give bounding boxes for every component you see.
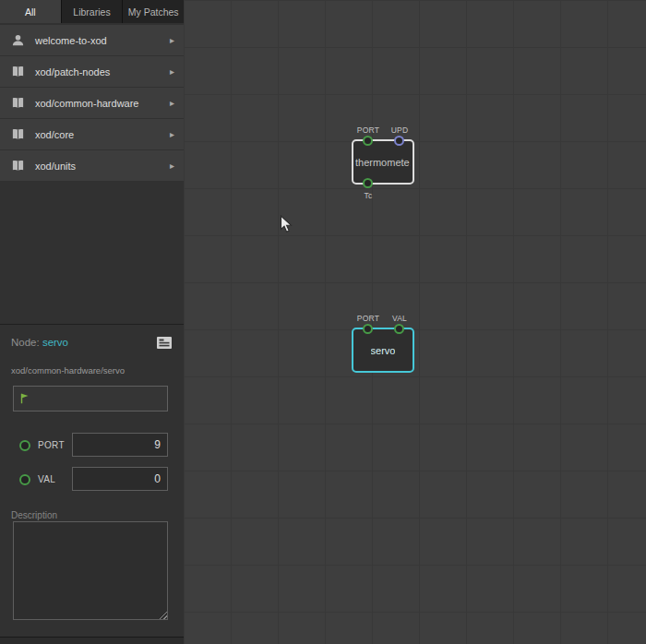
pin-port[interactable] <box>363 136 373 146</box>
node-title: servo <box>371 345 396 356</box>
inspector-panel: Node: servo xod/common-hardware/servo PO… <box>0 324 184 644</box>
sidebar-footer-divider <box>0 637 184 644</box>
inspector-pin-row-port: PORT <box>0 433 184 458</box>
project-browser: All Libraries My Patches welcome-to-xod … <box>0 0 184 644</box>
pin-label-upd: UPD <box>391 125 409 135</box>
tab-my-patches[interactable]: My Patches <box>123 0 184 23</box>
tab-libraries[interactable]: Libraries <box>62 0 124 23</box>
chevron-right-icon: ▸ <box>170 161 174 171</box>
pin-tc[interactable] <box>363 178 373 188</box>
book-icon <box>11 127 25 141</box>
flag-icon <box>18 392 31 405</box>
library-item-welcome-to-xod[interactable]: welcome-to-xod ▸ <box>0 25 184 55</box>
pin-row-label: VAL <box>38 474 55 484</box>
library-item-xod-core[interactable]: xod/core ▸ <box>0 119 184 149</box>
pin-label-port: PORT <box>357 125 379 135</box>
pin-circle-icon <box>19 440 30 451</box>
patch-details-icon[interactable] <box>156 336 173 350</box>
inspector-header: Node: servo <box>11 337 68 348</box>
pin-port[interactable] <box>363 324 373 334</box>
pin-label-val: VAL <box>392 314 407 323</box>
inspector-pin-row-val: VAL <box>0 467 184 492</box>
description-label: Description <box>11 510 57 520</box>
port-value-input[interactable] <box>72 433 168 457</box>
patch-canvas[interactable]: PORT UPD thermomete… Tc PORT VAL servo <box>184 0 646 644</box>
book-icon <box>11 96 25 110</box>
library-list: welcome-to-xod ▸ xod/patch-nodes ▸ xod/c… <box>0 25 184 181</box>
node-thermometer[interactable]: PORT UPD thermomete… Tc <box>352 139 414 185</box>
book-icon <box>11 65 25 78</box>
chevron-right-icon: ▸ <box>170 129 174 139</box>
library-item-label: xod/units <box>35 161 170 172</box>
pin-label-tc: Tc <box>365 191 373 200</box>
browser-tabs: All Libraries My Patches <box>0 0 184 23</box>
chevron-right-icon: ▸ <box>170 35 174 45</box>
node-label-text: Node: <box>11 337 40 348</box>
description-textarea[interactable] <box>13 521 168 620</box>
chevron-right-icon: ▸ <box>170 98 174 108</box>
pin-row-label: PORT <box>38 440 65 450</box>
user-icon <box>11 33 25 47</box>
library-item-label: welcome-to-xod <box>35 35 170 46</box>
pin-label-port: PORT <box>357 314 379 323</box>
book-icon <box>11 159 25 173</box>
val-value-input[interactable] <box>72 467 168 491</box>
node-title: thermomete… <box>355 157 411 168</box>
library-item-label: xod/patch-nodes <box>35 66 170 78</box>
library-item-xod-units[interactable]: xod/units ▸ <box>0 150 184 181</box>
pin-upd[interactable] <box>394 136 404 146</box>
tab-all[interactable]: All <box>0 0 62 23</box>
library-item-xod-patch-nodes[interactable]: xod/patch-nodes ▸ <box>0 56 184 87</box>
pin-circle-icon <box>19 474 30 485</box>
chevron-right-icon: ▸ <box>170 66 174 77</box>
node-label-field[interactable] <box>13 386 168 411</box>
node-path: xod/common-hardware/servo <box>11 365 125 376</box>
library-item-label: xod/core <box>35 129 170 140</box>
node-servo[interactable]: PORT VAL servo <box>352 328 414 373</box>
library-item-label: xod/common-hardware <box>35 98 170 109</box>
pin-val[interactable] <box>394 324 404 334</box>
library-item-xod-common-hardware[interactable]: xod/common-hardware ▸ <box>0 88 184 118</box>
node-name-link[interactable]: servo <box>42 337 68 348</box>
